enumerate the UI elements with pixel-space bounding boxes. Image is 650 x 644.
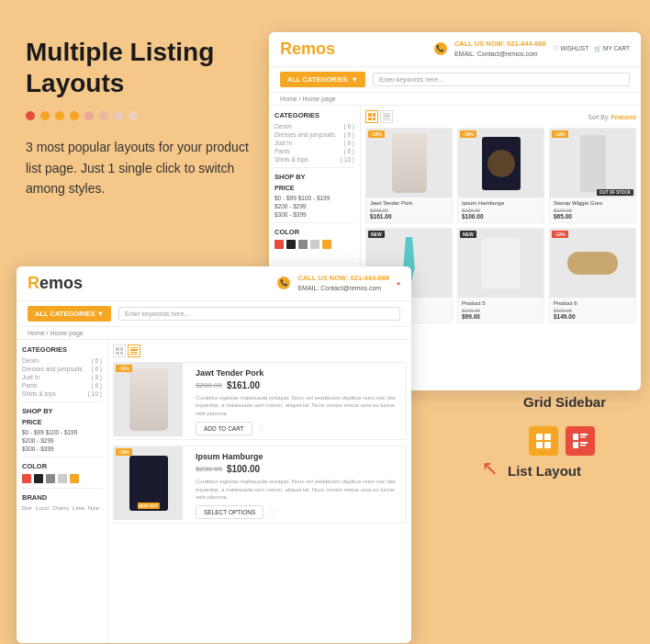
product-badge-3: -10% [552,130,568,138]
breadcrumb-front: Home / Home page [17,327,411,340]
svg-rect-2 [536,442,543,448]
search-bar-front[interactable]: Enter keywords here... [118,307,400,321]
brand-front: BRAND [22,493,102,502]
list-view-button-front[interactable] [128,345,140,357]
price-range-3: $300 - $399 [275,211,354,218]
product-new-price-6: $149.00 [554,313,632,320]
swatch-black[interactable] [286,240,296,249]
swatch-light-front[interactable] [58,474,67,483]
list-icon[interactable] [566,426,595,456]
divider-1 [275,167,354,168]
shop-by-front: SHOP BY [22,407,102,415]
brand-nice: Nice [88,505,99,511]
sidebar-front: CATEGORIES Denim( 6 ) Dresses and jumpsu… [17,340,108,643]
color-swatches-front [22,474,102,483]
shop-by-title: SHOP BY [275,173,354,181]
product-badge-6: -10% [552,231,568,238]
products-area-front: -10% Jawt Tender Pork $200.00 $161.00 Cu… [108,340,411,643]
list-badge-2: -10% [116,448,132,456]
sidebar-item-dresses-front[interactable]: Dresses and jumpsuits( 6 ) [22,366,102,372]
product-badge-5: NEW [460,231,476,238]
sidebar-item-dresses[interactable]: Dresses and jumpsuits( 6 ) [275,131,354,138]
dot-7 [114,111,123,120]
swatch-yellow-front[interactable] [70,474,79,483]
product-card-2: -10% Ipsum Hamburge $230.00 $100.00 [457,128,544,223]
grid-sidebar-label: Grid Sidebar [523,394,606,410]
add-to-cart-button-1[interactable]: ADD TO CART [196,422,252,435]
list-product-prices-2: $230.00 $100.00 [196,464,400,474]
product-card-6: -10% Product 6 $199.00 $149.00 [549,228,636,323]
all-categories-button-front[interactable]: ALL CATEGORIES ▼ [28,306,111,322]
store-header-front: Remos 📞 CALL US NOW: 021-444-888 EMAIL: … [17,266,411,301]
dots-row [26,111,264,120]
svg-rect-0 [536,434,543,440]
color-front: COLOR [22,462,102,470]
sidebar-item-justin-front[interactable]: Just In( 8 ) [22,374,102,380]
list-old-price-2: $230.00 [196,465,222,473]
svg-rect-3 [544,442,551,448]
svg-rect-4 [573,434,578,440]
swatch-yellow[interactable] [322,240,331,249]
list-product-info-1: Jawt Tender Pork $200.00 $161.00 Curabit… [190,363,406,439]
layout-icons [529,426,595,456]
sidebar-item-denim[interactable]: Denim( 6 ) [275,123,354,130]
call-now: CALL US NOW: 021-444-888 [454,40,546,48]
svg-rect-7 [573,442,578,448]
wishlist-icon-2[interactable]: ♡ [269,508,276,517]
sidebar-item-pants[interactable]: Pants( 6 ) [275,148,354,154]
nav-bar-front: ALL CATEGORIES ▼ Enter keywords here... [17,301,411,327]
list-view-button[interactable] [380,110,393,123]
list-product-info-2: Ipsum Hamburge $230.00 $100.00 Curabitur… [190,446,406,523]
product-name-1: Jawt Tender Pork [370,200,448,206]
header-icons: ♡ WISHLIST 🛒 MY CART [554,45,630,52]
product-info-6: Product 6 $199.00 $149.00 [550,298,635,322]
list-product-card-1: -10% Jawt Tender Pork $200.00 $161.00 Cu… [113,362,407,440]
sidebar-item-justin[interactable]: Just In( 8 ) [275,140,354,146]
swatch-red-front[interactable] [22,474,31,483]
page-description: 3 most popular layouts for your product … [26,137,264,198]
phone-icon-front: 📞 [277,277,290,289]
sidebar-item-shirts[interactable]: Shirts & tops( 10 ) [275,156,354,163]
all-categories-label: ALL CATEGORIES [287,75,348,84]
sort-bar: Sort By: Featured [588,114,636,120]
sidebar-item-shirts-front[interactable]: Shirts & tops( 10 ) [22,390,102,397]
swatch-black-front[interactable] [34,474,43,483]
product-img-5: NEW [458,229,544,298]
product-info-2: Ipsum Hamburge $230.00 $100.00 [458,198,544,222]
left-section: Multiple Listing Layouts 3 most popular … [26,37,264,198]
select-options-button-2[interactable]: SELECT OPTIONS [196,505,263,519]
sidebar-item-pants-front[interactable]: Pants( 6 ) [22,382,102,389]
grid-view-button-front[interactable] [113,345,126,357]
logo-r: R [280,40,292,58]
svg-rect-5 [580,434,588,435]
dot-3 [55,111,64,120]
categories-title-front: CATEGORIES [22,345,102,354]
search-bar-back[interactable]: Enter keywords here... [373,73,630,86]
all-categories-button[interactable]: ALL CATEGORIES ▼ [280,72,365,87]
product-img-3: -10% OUT OF STOCK [550,129,635,198]
dot-6 [99,111,108,120]
sidebar-item-denim-front[interactable]: Denim( 6 ) [22,357,102,364]
svg-rect-6 [580,436,586,438]
email-info: EMAIL: Contact@remos.com [454,51,538,57]
product-new-price-1: $161.00 [370,213,448,220]
grid-view-button[interactable] [365,110,378,123]
brand-lime: Lime [73,505,84,511]
wishlist-front: ♥ [397,280,400,287]
product-name-5: Product 5 [462,300,540,306]
price-title: PRICE [275,185,354,191]
color-title: COLOR [275,228,354,236]
main-content-front: CATEGORIES Denim( 6 ) Dresses and jumpsu… [17,340,411,643]
swatch-gray-front[interactable] [46,474,55,483]
products-toolbar-back: Sort By: Featured [365,110,636,123]
product-badge-2: -10% [460,130,476,138]
grid-icon[interactable] [529,426,558,456]
swatch-gray[interactable] [298,240,308,249]
dot-2 [40,111,50,120]
swatch-light[interactable] [310,240,319,249]
divider-front-3 [22,488,102,489]
product-img-6: -10% [550,229,635,298]
phone-icon: 📞 [434,42,447,55]
wishlist-icon-1[interactable]: ♡ [258,424,265,434]
swatch-red[interactable] [275,240,284,249]
